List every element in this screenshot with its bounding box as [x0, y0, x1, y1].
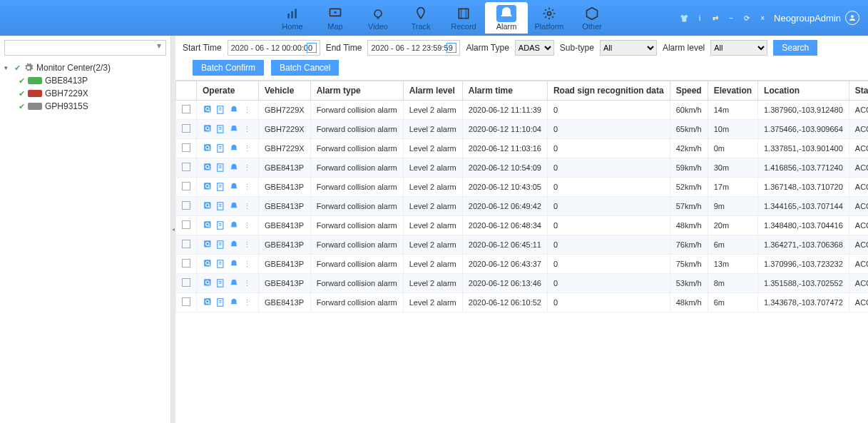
table-row[interactable]: ⋮GBE8413PForward collision alarmLevel 2 …	[176, 158, 869, 178]
check-icon[interactable]: ✔	[19, 102, 25, 111]
link-icon[interactable]: ⇄	[710, 12, 721, 24]
col-header[interactable]: Elevation	[708, 81, 757, 101]
alarm-icon[interactable]	[228, 200, 240, 212]
zoom-icon[interactable]	[203, 220, 214, 231]
row-checkbox[interactable]	[182, 182, 190, 190]
detail-icon[interactable]	[215, 239, 227, 250]
table-row[interactable]: ⋮GBE8413PForward collision alarmLevel 2 …	[176, 274, 869, 293]
nav-home[interactable]: Home	[271, 2, 314, 34]
close-icon[interactable]: ×	[757, 12, 768, 24]
check-icon[interactable]: ✔	[19, 76, 25, 86]
more-icon[interactable]: ⋮	[241, 123, 252, 135]
col-header[interactable]: Operate	[197, 81, 259, 101]
more-icon[interactable]: ⋮	[241, 297, 252, 308]
tree-vehicle[interactable]: ✔GPH9315S	[4, 100, 166, 113]
row-checkbox[interactable]	[182, 124, 190, 133]
tree-root[interactable]: ▾ ✔ Monitor Center(2/3)	[4, 61, 166, 74]
row-checkbox[interactable]	[182, 240, 190, 248]
tree-vehicle[interactable]: ✔GBE8413P	[4, 74, 166, 87]
col-header[interactable]: Alarm time	[462, 81, 547, 101]
col-header[interactable]	[176, 81, 197, 101]
nav-other[interactable]: Other	[571, 2, 613, 34]
more-icon[interactable]: ⋮	[241, 143, 252, 154]
zoom-icon[interactable]	[203, 258, 214, 270]
row-checkbox[interactable]	[182, 278, 190, 287]
end-time-input[interactable]: 2020 - 06 - 12 23:59:59	[367, 40, 460, 56]
zoom-icon[interactable]	[203, 143, 214, 154]
nav-track[interactable]: Track	[399, 2, 442, 34]
zoom-icon[interactable]	[203, 239, 214, 250]
row-checkbox[interactable]	[182, 201, 190, 210]
check-icon[interactable]: ✔	[14, 63, 21, 73]
more-icon[interactable]: ⋮	[241, 200, 252, 212]
alarm-icon[interactable]	[228, 143, 240, 154]
col-header[interactable]: Road sign recognition data	[547, 81, 670, 101]
row-checkbox[interactable]	[182, 105, 190, 113]
nav-map[interactable]: Map	[314, 2, 357, 34]
tree-vehicle[interactable]: ✔GBH7229X	[4, 87, 166, 100]
zoom-icon[interactable]	[203, 162, 214, 173]
col-header[interactable]: Status	[849, 81, 868, 101]
row-checkbox[interactable]	[182, 297, 190, 306]
table-row[interactable]: ⋮GBE8413PForward collision alarmLevel 2 …	[176, 197, 869, 216]
nav-video[interactable]: Video	[357, 2, 399, 34]
detail-icon[interactable]	[215, 200, 227, 212]
info-icon[interactable]: i	[694, 12, 705, 24]
row-checkbox[interactable]	[182, 259, 190, 267]
alarm-icon[interactable]	[228, 239, 240, 250]
zoom-icon[interactable]	[203, 181, 214, 193]
nav-alarm[interactable]: Alarm	[485, 2, 528, 34]
table-row[interactable]: ⋮GBE8413PForward collision alarmLevel 2 …	[176, 235, 869, 255]
more-icon[interactable]: ⋮	[241, 239, 252, 250]
nav-record[interactable]: Record	[442, 2, 485, 34]
alarm-level-select[interactable]: All	[710, 40, 767, 56]
alarm-icon[interactable]	[228, 297, 240, 308]
more-icon[interactable]: ⋮	[241, 162, 252, 173]
table-row[interactable]: ⋮GBE8413PForward collision alarmLevel 2 …	[176, 255, 869, 274]
sub-type-select[interactable]: All	[600, 40, 657, 56]
row-checkbox[interactable]	[182, 163, 190, 171]
more-icon[interactable]: ⋮	[241, 277, 252, 289]
alarm-icon[interactable]	[228, 277, 240, 289]
alarm-icon[interactable]	[228, 162, 240, 173]
table-row[interactable]: ⋮GBH7229XForward collision alarmLevel 2 …	[176, 120, 869, 139]
detail-icon[interactable]	[215, 258, 227, 270]
alarm-icon[interactable]	[228, 123, 240, 135]
row-checkbox[interactable]	[182, 143, 190, 152]
more-icon[interactable]: ⋮	[241, 181, 252, 193]
tshirt-icon[interactable]: 👕	[678, 12, 690, 24]
col-header[interactable]: Speed	[670, 81, 708, 101]
col-header[interactable]: Alarm type	[310, 81, 403, 101]
detail-icon[interactable]	[215, 143, 227, 154]
refresh-icon[interactable]: ⟳	[741, 12, 752, 24]
zoom-icon[interactable]	[203, 104, 214, 116]
detail-icon[interactable]	[215, 220, 227, 231]
alarm-icon[interactable]	[228, 181, 240, 193]
minimize-icon[interactable]: −	[725, 12, 737, 24]
alarm-icon[interactable]	[228, 220, 240, 231]
table-row[interactable]: ⋮GBE8413PForward collision alarmLevel 2 …	[176, 293, 869, 312]
search-button[interactable]: Search	[773, 40, 817, 56]
batch-confirm-button[interactable]: Batch Confirm	[193, 60, 264, 76]
row-checkbox[interactable]	[182, 220, 190, 229]
col-header[interactable]: Vehicle	[259, 81, 311, 101]
detail-icon[interactable]	[215, 123, 227, 135]
alarm-icon[interactable]	[228, 258, 240, 270]
alarm-icon[interactable]	[228, 104, 240, 116]
table-row[interactable]: ⋮GBH7229XForward collision alarmLevel 2 …	[176, 139, 869, 158]
zoom-icon[interactable]	[203, 297, 214, 308]
table-row[interactable]: ⋮GBH7229XForward collision alarmLevel 2 …	[176, 101, 869, 120]
start-time-input[interactable]: 2020 - 06 - 12 00:00:00	[228, 40, 320, 56]
detail-icon[interactable]	[215, 297, 227, 308]
detail-icon[interactable]	[215, 181, 227, 193]
detail-icon[interactable]	[215, 104, 227, 116]
more-icon[interactable]: ⋮	[241, 104, 252, 116]
table-row[interactable]: ⋮GBE8413PForward collision alarmLevel 2 …	[176, 216, 869, 235]
alarm-type-select[interactable]: ADAS	[515, 40, 554, 56]
user-area[interactable]: NeogroupAdmin	[774, 11, 859, 25]
zoom-icon[interactable]	[203, 200, 214, 212]
col-header[interactable]: Alarm level	[403, 81, 462, 101]
nav-platform[interactable]: Platform	[528, 2, 571, 34]
batch-cancel-button[interactable]: Batch Cancel	[271, 60, 339, 76]
collapse-icon[interactable]: ▾	[4, 64, 11, 71]
